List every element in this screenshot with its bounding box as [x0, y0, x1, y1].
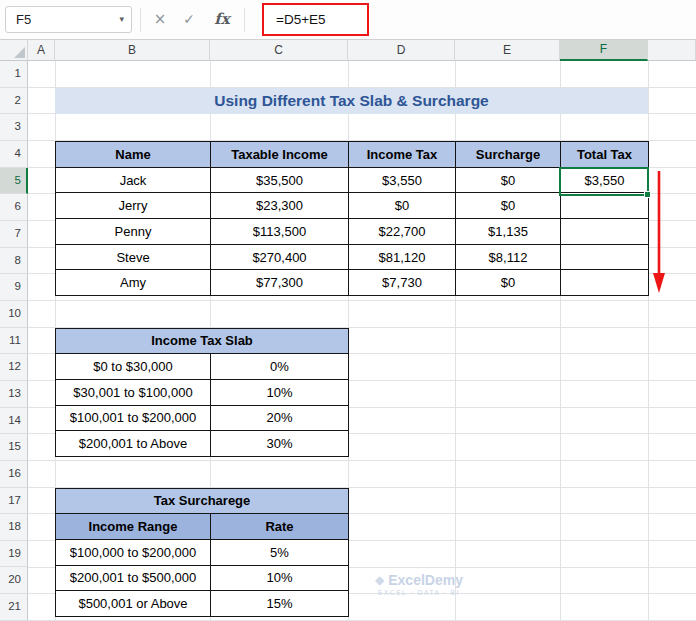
cell-C4[interactable]: Taxable Income — [211, 142, 349, 168]
cell-D5[interactable]: $3,550 — [349, 167, 456, 193]
cell-C14[interactable]: 20% — [211, 405, 349, 431]
column-header-a[interactable]: A — [28, 40, 55, 61]
row-header-8[interactable]: 8 — [0, 248, 28, 275]
formula-input[interactable]: =D5+E5 — [250, 0, 696, 40]
row-header-19[interactable]: 19 — [0, 541, 28, 568]
row-header-4[interactable]: 4 — [0, 141, 28, 168]
cell-B14[interactable]: $100,001 to $200,000 — [56, 405, 211, 431]
row-header-1[interactable]: 1 — [0, 61, 28, 88]
cell-D6[interactable]: $0 — [349, 193, 456, 219]
cell-F4[interactable]: Total Tax — [561, 142, 649, 168]
main-table-header-row: Name Taxable Income Income Tax Surcharge… — [56, 142, 649, 168]
cell-E7[interactable]: $1,135 — [456, 219, 561, 245]
cell-C5[interactable]: $35,500 — [211, 167, 349, 193]
cell-B21[interactable]: $500,001 or Above — [56, 591, 211, 617]
table-row: Jack $35,500 $3,550 $0 $3,550 — [56, 167, 649, 193]
row-header-21[interactable]: 21 — [0, 594, 28, 621]
cell-B17-merged[interactable]: Tax Surcharege — [56, 488, 349, 514]
row-header-2[interactable]: 2 — [0, 88, 28, 115]
cell-D4[interactable]: Income Tax — [349, 142, 456, 168]
row-header-13[interactable]: 13 — [0, 381, 28, 408]
column-header-f[interactable]: F — [560, 40, 648, 61]
cell-C19[interactable]: 5% — [211, 539, 349, 565]
cell-F9[interactable] — [561, 270, 649, 296]
cell-C13[interactable]: 10% — [211, 379, 349, 405]
row-header-15[interactable]: 15 — [0, 434, 28, 461]
divider — [244, 8, 245, 32]
row-header-17[interactable]: 17 — [0, 488, 28, 515]
row-header-9[interactable]: 9 — [0, 274, 28, 301]
cell-E8[interactable]: $8,112 — [456, 244, 561, 270]
row-header-6[interactable]: 6 — [0, 194, 28, 221]
income-tax-slab-table: Income Tax Slab $0 to $30,000 0% $30,001… — [55, 328, 349, 457]
drag-down-arrow-annotation — [652, 169, 666, 297]
cell-C20[interactable]: 10% — [211, 565, 349, 591]
cell-C18[interactable]: Rate — [211, 514, 349, 540]
surcharge-table-title-row: Tax Surcharege — [56, 488, 349, 514]
cell-F5[interactable]: $3,550 — [561, 167, 649, 193]
cell-D8[interactable]: $81,120 — [349, 244, 456, 270]
row-header-7[interactable]: 7 — [0, 221, 28, 248]
row-header-20[interactable]: 20 — [0, 567, 28, 594]
cell-E6[interactable]: $0 — [456, 193, 561, 219]
table-row: Jerry $23,300 $0 $0 — [56, 193, 649, 219]
column-header-e[interactable]: E — [455, 40, 560, 61]
cell-C7[interactable]: $113,500 — [211, 219, 349, 245]
cell-C21[interactable]: 15% — [211, 591, 349, 617]
table-row: Penny $113,500 $22,700 $1,135 — [56, 219, 649, 245]
cell-B15[interactable]: $200,001 to Above — [56, 431, 211, 457]
cell-B8[interactable]: Steve — [56, 244, 211, 270]
cell-F6[interactable] — [561, 193, 649, 219]
sheet-grid[interactable]: Using Different Tax Slab & Surcharge Nam… — [28, 61, 696, 621]
cell-F7[interactable] — [561, 219, 649, 245]
watermark-brand: ExcelDemy — [388, 572, 463, 588]
chevron-down-icon[interactable]: ▾ — [119, 7, 124, 32]
row-header-18[interactable]: 18 — [0, 514, 28, 541]
column-header-c[interactable]: C — [210, 40, 348, 61]
table-row: $500,001 or Above 15% — [56, 591, 349, 617]
cell-B9[interactable]: Amy — [56, 270, 211, 296]
column-header-d[interactable]: D — [348, 40, 455, 61]
title-banner[interactable]: Using Different Tax Slab & Surcharge — [55, 88, 648, 115]
cell-B7[interactable]: Penny — [56, 219, 211, 245]
insert-function-icon[interactable]: fx — [207, 6, 237, 33]
cell-B5[interactable]: Jack — [56, 167, 211, 193]
surcharge-table-header-row: Income Range Rate — [56, 514, 349, 540]
cell-C15[interactable]: 30% — [211, 431, 349, 457]
row-header-10[interactable]: 10 — [0, 301, 28, 328]
cell-B4[interactable]: Name — [56, 142, 211, 168]
fill-handle[interactable] — [644, 191, 651, 198]
cancel-icon[interactable]: × — [146, 6, 174, 33]
row-header-5[interactable]: 5 — [0, 168, 28, 195]
cell-B19[interactable]: $100,000 to $200,000 — [56, 539, 211, 565]
column-header-partial[interactable] — [648, 40, 696, 61]
cell-B18[interactable]: Income Range — [56, 514, 211, 540]
name-box[interactable]: F5 ▾ — [5, 6, 132, 33]
cell-B12[interactable]: $0 to $30,000 — [56, 354, 211, 380]
row-header-11[interactable]: 11 — [0, 328, 28, 355]
row-header-12[interactable]: 12 — [0, 354, 28, 381]
cell-E5[interactable]: $0 — [456, 167, 561, 193]
cell-B6[interactable]: Jerry — [56, 193, 211, 219]
cell-C8[interactable]: $270,400 — [211, 244, 349, 270]
cell-B13[interactable]: $30,001 to $100,000 — [56, 379, 211, 405]
row-header-16[interactable]: 16 — [0, 461, 28, 488]
row-header-3[interactable]: 3 — [0, 114, 28, 141]
cell-B20[interactable]: $200,001 to $500,000 — [56, 565, 211, 591]
column-header-b[interactable]: B — [55, 40, 210, 61]
name-box-value: F5 — [16, 7, 31, 32]
cell-C9[interactable]: $77,300 — [211, 270, 349, 296]
row-header-14[interactable]: 14 — [0, 408, 28, 435]
enter-icon[interactable]: ✓ — [175, 6, 203, 33]
cell-E9[interactable]: $0 — [456, 270, 561, 296]
cell-D7[interactable]: $22,700 — [349, 219, 456, 245]
watermark-tagline: EXCEL · DATA · BI — [375, 589, 463, 596]
cell-C6[interactable]: $23,300 — [211, 193, 349, 219]
select-all-corner[interactable] — [0, 40, 28, 61]
cell-D9[interactable]: $7,730 — [349, 270, 456, 296]
cell-E4[interactable]: Surcharge — [456, 142, 561, 168]
cell-F8[interactable] — [561, 244, 649, 270]
slab-table-title-row: Income Tax Slab — [56, 328, 349, 354]
cell-B11-merged[interactable]: Income Tax Slab — [56, 328, 349, 354]
cell-C12[interactable]: 0% — [211, 354, 349, 380]
